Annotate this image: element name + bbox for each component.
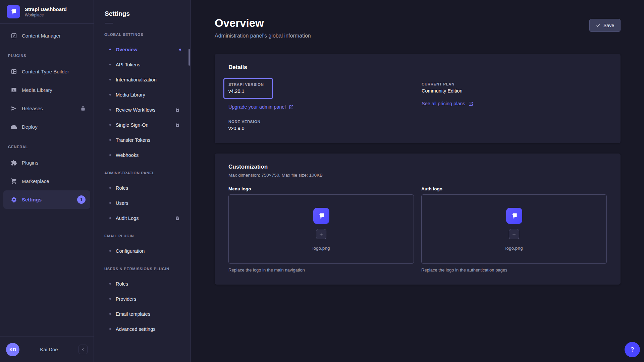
- brand-subtitle: Workplace: [25, 12, 67, 18]
- settings-nav-internationalization[interactable]: Internationalization: [94, 72, 191, 87]
- bullet-icon: [109, 298, 111, 300]
- settings-section-users-permissions: USERS & PERMISSIONS PLUGIN: [94, 258, 191, 276]
- sidebar-item-content-type-builder[interactable]: Content-Type Builder: [3, 62, 90, 81]
- pricing-link-label: See all pricing plans: [422, 101, 465, 106]
- sidebar-item-label: Marketplace: [22, 178, 49, 184]
- external-link-icon: [468, 101, 473, 106]
- sidebar-item-content-manager[interactable]: Content Manager: [3, 26, 90, 45]
- sidebar-item-plugins[interactable]: Plugins: [3, 154, 90, 172]
- strapi-logo-icon: [313, 208, 329, 224]
- new-indicator-dot: [179, 49, 181, 51]
- settings-nav-providers[interactable]: Providers: [94, 291, 191, 306]
- strapi-version-label: STRAPI VERSION: [228, 82, 267, 86]
- bullet-icon: [109, 202, 111, 204]
- settings-nav-webhooks[interactable]: Webhooks: [94, 147, 191, 163]
- settings-notification-badge: 1: [77, 195, 86, 204]
- settings-nav-transfer-tokens[interactable]: Transfer Tokens: [94, 132, 191, 147]
- strapi-logo-icon: [506, 208, 522, 224]
- settings-nav-review-workflows[interactable]: Review Workflows: [94, 102, 191, 117]
- sidebar-item-settings[interactable]: Settings 1: [3, 190, 90, 209]
- node-version-label: NODE VERSION: [228, 120, 414, 124]
- auth-logo-label: Auth logo: [421, 186, 607, 191]
- save-button[interactable]: Save: [589, 19, 621, 32]
- page-subtitle: Administration panel's global informatio…: [215, 33, 621, 39]
- bullet-icon: [109, 139, 111, 141]
- customization-card: Customization Max dimension: 750×750, Ma…: [215, 154, 621, 285]
- settings-section-administration-panel: ADMINISTRATION PANEL: [94, 163, 191, 180]
- settings-nav-label: Audit Logs: [116, 216, 139, 221]
- settings-nav-api-tokens[interactable]: API Tokens: [94, 57, 191, 72]
- collapse-sidebar-button[interactable]: [78, 345, 88, 354]
- help-button[interactable]: ?: [625, 342, 640, 357]
- sidebar-item-releases[interactable]: Releases: [3, 99, 90, 118]
- settings-nav-configuration[interactable]: Configuration: [94, 243, 191, 258]
- current-plan-label: CURRENT PLAN: [422, 82, 607, 86]
- settings-nav-up-roles[interactable]: Roles: [94, 276, 191, 291]
- image-icon: [11, 87, 17, 93]
- sidebar-item-label: Settings: [22, 197, 42, 202]
- settings-nav-scrollbar[interactable]: [189, 49, 190, 66]
- check-icon: [596, 23, 600, 28]
- auth-logo-upload-area[interactable]: logo.png: [421, 194, 607, 264]
- lock-icon: [175, 216, 180, 221]
- settings-nav-overview[interactable]: Overview: [94, 42, 191, 57]
- cart-icon: [11, 178, 17, 184]
- settings-nav-label: API Tokens: [116, 62, 140, 67]
- settings-nav-advanced-settings[interactable]: Advanced settings: [94, 321, 191, 337]
- settings-nav-label: Roles: [116, 185, 128, 191]
- menu-logo-add-button[interactable]: [316, 229, 326, 239]
- bullet-icon: [109, 313, 111, 315]
- settings-nav-users[interactable]: Users: [94, 195, 191, 210]
- bullet-icon: [109, 154, 111, 156]
- settings-nav-label: Media Library: [116, 92, 145, 98]
- bullet-icon: [109, 79, 111, 80]
- bullet-icon: [109, 283, 111, 285]
- main-sidebar: Strapi Dashboard Workplace Content Manag…: [0, 0, 94, 362]
- lock-icon: [175, 123, 180, 127]
- details-card: Details STRAPI VERSION v4.20.1 Upgrade y…: [215, 54, 621, 143]
- menu-logo-upload-area[interactable]: logo.png: [228, 194, 414, 264]
- bullet-icon: [109, 124, 111, 126]
- upgrade-admin-panel-link[interactable]: Upgrade your admin panel: [228, 104, 294, 110]
- settings-nav-email-templates[interactable]: Email templates: [94, 306, 191, 321]
- sidebar-item-marketplace[interactable]: Marketplace: [3, 172, 90, 190]
- pen-icon: [11, 33, 17, 39]
- settings-nav-audit-logs[interactable]: Audit Logs: [94, 210, 191, 226]
- bullet-icon: [109, 49, 111, 50]
- bullet-icon: [109, 217, 111, 219]
- bullet-icon: [109, 187, 111, 189]
- plus-icon: [512, 232, 517, 237]
- sidebar-item-label: Plugins: [22, 160, 38, 166]
- bullet-icon: [109, 109, 111, 111]
- details-card-title: Details: [228, 64, 607, 71]
- user-name: Kai Doe: [24, 347, 74, 352]
- pricing-plans-link[interactable]: See all pricing plans: [422, 101, 473, 106]
- settings-nav-label: Email templates: [116, 311, 150, 317]
- main-content: Overview Administration panel's global i…: [191, 0, 644, 362]
- avatar[interactable]: KD: [6, 343, 19, 356]
- bullet-icon: [109, 94, 111, 96]
- paper-plane-icon: [11, 105, 17, 112]
- gear-icon: [11, 196, 17, 203]
- divider: [105, 23, 113, 23]
- auth-logo-add-button[interactable]: [509, 229, 519, 239]
- settings-nav-label: Users: [116, 200, 128, 206]
- settings-nav-label: Advanced settings: [116, 326, 156, 332]
- sidebar-section-general: GENERAL: [0, 136, 94, 154]
- settings-nav-label: Webhooks: [116, 153, 139, 158]
- sidebar-item-deploy[interactable]: Deploy: [3, 118, 90, 136]
- sidebar-item-label: Releases: [22, 106, 43, 111]
- settings-section-global: GLOBAL SETTINGS: [94, 24, 191, 42]
- settings-nav-single-sign-on[interactable]: Single Sign-On: [94, 117, 191, 132]
- settings-nav-label: Configuration: [116, 248, 145, 254]
- sidebar-item-media-library[interactable]: Media Library: [3, 81, 90, 99]
- node-version-value: v20.9.0: [228, 126, 414, 131]
- sidebar-item-label: Content-Type Builder: [22, 69, 69, 74]
- save-button-label: Save: [603, 23, 614, 28]
- sidebar-section-plugins: PLUGINS: [0, 45, 94, 62]
- customization-card-title: Customization: [228, 164, 607, 170]
- menu-logo-field: Menu logo logo.png Replace the logo in t…: [228, 186, 414, 273]
- settings-nav-roles[interactable]: Roles: [94, 180, 191, 195]
- settings-nav-media-library[interactable]: Media Library: [94, 87, 191, 102]
- workspace-brand[interactable]: Strapi Dashboard Workplace: [0, 0, 94, 24]
